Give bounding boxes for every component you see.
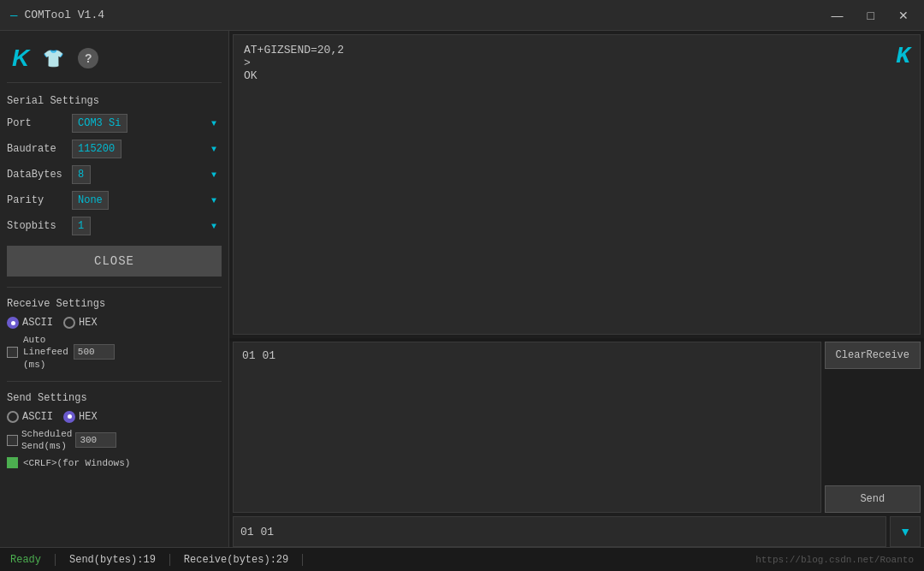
crlf-row: <CRLF>(for Windows) bbox=[7, 457, 222, 468]
scheduled-label: ScheduledSend(ms) bbox=[21, 428, 72, 453]
receive-settings-label: Receive Settings bbox=[7, 298, 222, 310]
receive-content: 01 01 bbox=[242, 349, 275, 362]
minimize-button[interactable]: — bbox=[826, 7, 849, 24]
receive-text-area: 01 01 bbox=[233, 342, 821, 513]
port-row: Port COM3 Si bbox=[7, 114, 222, 133]
linefeed-row: AutoLinefeed(ms) bbox=[7, 334, 222, 371]
receive-ascii-label: ASCII bbox=[22, 317, 53, 329]
status-ready: Ready bbox=[10, 554, 56, 566]
port-select-wrapper: COM3 Si bbox=[72, 114, 222, 133]
send-hex-label: HEX bbox=[79, 411, 98, 423]
status-watermark: https://blog.csdn.net/Roanto bbox=[755, 555, 914, 565]
send-text-input[interactable] bbox=[233, 516, 886, 547]
send-settings-section: Send Settings ASCII HEX ScheduledSend(ms… bbox=[7, 381, 222, 469]
send-dropdown-button[interactable]: ▼ bbox=[890, 516, 921, 547]
parity-label: Parity bbox=[7, 194, 68, 206]
content-area: AT+GIZSEND=20,2 > OK 01 01 ClearReceive … bbox=[229, 31, 924, 547]
stopbits-label: Stopbits bbox=[7, 220, 68, 232]
databytes-row: DataBytes 8 bbox=[7, 165, 222, 184]
send-format-row: ASCII HEX bbox=[7, 411, 222, 423]
send-settings-label: Send Settings bbox=[7, 392, 222, 404]
terminal-line-1: AT+GIZSEND=20,2 bbox=[244, 44, 909, 57]
status-bar: Ready Send(bytes):19 Receive(bytes):29 h… bbox=[0, 547, 924, 571]
receive-hex-radio[interactable] bbox=[63, 317, 75, 329]
scheduled-checkbox[interactable] bbox=[7, 435, 18, 446]
receive-ascii-radio[interactable] bbox=[7, 317, 19, 329]
serial-settings-section: Serial Settings Port COM3 Si Baudrate 11… bbox=[7, 92, 222, 287]
databytes-label: DataBytes bbox=[7, 169, 68, 181]
crlf-checkbox[interactable] bbox=[7, 457, 18, 468]
stopbits-select[interactable]: 1 bbox=[72, 217, 91, 235]
tshirt-icon: 👕 bbox=[43, 49, 64, 68]
window-controls: — □ ✕ bbox=[826, 7, 914, 24]
databytes-select[interactable]: 8 bbox=[72, 165, 91, 184]
port-select[interactable]: COM3 Si bbox=[72, 114, 127, 133]
receive-hex-option[interactable]: HEX bbox=[63, 317, 98, 329]
send-button[interactable]: Send bbox=[825, 485, 921, 513]
receive-ascii-option[interactable]: ASCII bbox=[7, 317, 53, 329]
linefeed-label: AutoLinefeed(ms) bbox=[23, 334, 68, 371]
receive-settings-section: Receive Settings ASCII HEX AutoLinefeed(… bbox=[7, 287, 222, 374]
baudrate-row: Baudrate 115200 bbox=[7, 140, 222, 158]
terminal-line-3: OK bbox=[244, 69, 909, 82]
toolbar: K 👕 ? bbox=[7, 38, 222, 83]
receive-hex-label: HEX bbox=[79, 317, 98, 329]
parity-row: Parity None bbox=[7, 191, 222, 210]
parity-select-wrapper: None bbox=[72, 191, 222, 210]
window-title: COMTool V1.4 bbox=[24, 9, 826, 21]
linefeed-checkbox[interactable] bbox=[7, 347, 18, 358]
maximize-button[interactable]: □ bbox=[862, 7, 880, 24]
parity-select[interactable]: None bbox=[72, 191, 109, 210]
send-dropdown-icon: ▼ bbox=[899, 525, 911, 538]
send-hex-radio[interactable] bbox=[63, 411, 75, 423]
receive-row: 01 01 ClearReceive Send bbox=[233, 342, 921, 513]
k-logo-button[interactable]: K bbox=[10, 45, 31, 72]
stopbits-row: Stopbits 1 bbox=[7, 217, 222, 235]
help-icon: ? bbox=[78, 48, 98, 68]
send-input-row: ▼ bbox=[233, 516, 921, 547]
tshirt-button[interactable]: 👕 bbox=[41, 46, 66, 70]
port-label: Port bbox=[7, 117, 68, 129]
sidebar: K 👕 ? Serial Settings Port COM3 Si bbox=[0, 31, 229, 547]
help-button[interactable]: ? bbox=[76, 46, 100, 70]
baudrate-select-wrapper: 115200 bbox=[72, 140, 222, 158]
receive-buttons: ClearReceive Send bbox=[825, 342, 921, 513]
close-window-button[interactable]: ✕ bbox=[893, 7, 914, 24]
app-icon: — bbox=[10, 9, 17, 22]
status-receive-bytes: Receive(bytes):29 bbox=[184, 554, 303, 566]
title-bar: — COMTool V1.4 — □ ✕ bbox=[0, 0, 924, 31]
close-port-button[interactable]: CLOSE bbox=[7, 246, 222, 277]
status-send-bytes: Send(bytes):19 bbox=[69, 554, 170, 566]
send-ascii-option[interactable]: ASCII bbox=[7, 411, 53, 423]
linefeed-input[interactable] bbox=[74, 344, 115, 360]
scheduled-row: ScheduledSend(ms) bbox=[7, 428, 222, 453]
receive-format-row: ASCII HEX bbox=[7, 317, 222, 329]
scheduled-input[interactable] bbox=[75, 432, 116, 448]
send-hex-option[interactable]: HEX bbox=[63, 411, 98, 423]
serial-settings-label: Serial Settings bbox=[7, 95, 222, 107]
baudrate-label: Baudrate bbox=[7, 143, 68, 155]
clear-receive-button[interactable]: ClearReceive bbox=[825, 342, 921, 369]
stopbits-select-wrapper: 1 bbox=[72, 217, 222, 235]
top-right-k-logo: K bbox=[896, 45, 910, 68]
terminal-line-2: > bbox=[244, 57, 909, 69]
crlf-label: <CRLF>(for Windows) bbox=[23, 458, 130, 468]
baudrate-select[interactable]: 115200 bbox=[72, 140, 121, 158]
terminal-area: AT+GIZSEND=20,2 > OK bbox=[233, 34, 921, 335]
databytes-select-wrapper: 8 bbox=[72, 165, 222, 184]
send-ascii-radio[interactable] bbox=[7, 411, 19, 423]
send-ascii-label: ASCII bbox=[22, 411, 53, 423]
k-icon: K bbox=[12, 45, 29, 71]
receive-area-wrapper: 01 01 ClearReceive Send bbox=[233, 342, 921, 513]
